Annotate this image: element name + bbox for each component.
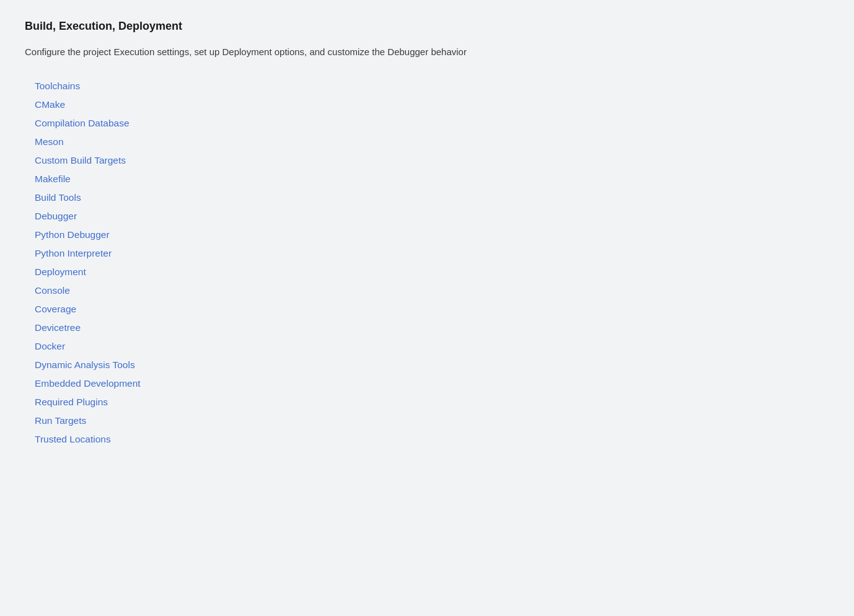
list-item: Run Targets (25, 411, 829, 430)
list-item: Embedded Development (25, 374, 829, 393)
list-item: Meson (25, 133, 829, 151)
nav-link-required-plugins[interactable]: Required Plugins (35, 397, 108, 408)
page-description: Configure the project Execution settings… (25, 45, 829, 59)
list-item: Docker (25, 337, 829, 356)
nav-link-build-tools[interactable]: Build Tools (35, 192, 81, 203)
list-item: Devicetree (25, 319, 829, 337)
list-item: Makefile (25, 170, 829, 188)
nav-link-cmake[interactable]: CMake (35, 99, 65, 110)
nav-link-deployment[interactable]: Deployment (35, 266, 86, 278)
nav-link-trusted-locations[interactable]: Trusted Locations (35, 434, 111, 445)
list-item: Coverage (25, 300, 829, 319)
list-item: Dynamic Analysis Tools (25, 356, 829, 374)
list-item: Debugger (25, 207, 829, 226)
list-item: Python Interpreter (25, 244, 829, 263)
nav-link-meson[interactable]: Meson (35, 136, 64, 147)
nav-link-compilation-database[interactable]: Compilation Database (35, 118, 130, 129)
nav-link-dynamic-analysis-tools[interactable]: Dynamic Analysis Tools (35, 359, 135, 371)
nav-link-toolchains[interactable]: Toolchains (35, 81, 80, 92)
list-item: Trusted Locations (25, 430, 829, 449)
list-item: Python Debugger (25, 226, 829, 244)
list-item: Deployment (25, 263, 829, 281)
nav-link-coverage[interactable]: Coverage (35, 304, 76, 315)
nav-link-python-debugger[interactable]: Python Debugger (35, 229, 110, 240)
nav-link-devicetree[interactable]: Devicetree (35, 322, 81, 333)
nav-link-embedded-development[interactable]: Embedded Development (35, 378, 141, 389)
nav-link-python-interpreter[interactable]: Python Interpreter (35, 248, 112, 259)
list-item: Custom Build Targets (25, 151, 829, 170)
nav-link-docker[interactable]: Docker (35, 341, 65, 352)
list-item: Build Tools (25, 188, 829, 207)
nav-link-makefile[interactable]: Makefile (35, 174, 71, 185)
nav-link-debugger[interactable]: Debugger (35, 211, 77, 222)
page-container: Build, Execution, Deployment Configure t… (0, 0, 854, 616)
list-item: CMake (25, 95, 829, 114)
list-item: Console (25, 281, 829, 300)
list-item: Toolchains (25, 77, 829, 95)
nav-list: ToolchainsCMakeCompilation DatabaseMeson… (25, 77, 829, 449)
list-item: Required Plugins (25, 393, 829, 411)
nav-link-run-targets[interactable]: Run Targets (35, 415, 86, 426)
list-item: Compilation Database (25, 114, 829, 133)
nav-link-console[interactable]: Console (35, 285, 70, 296)
nav-link-custom-build-targets[interactable]: Custom Build Targets (35, 155, 126, 166)
page-title: Build, Execution, Deployment (25, 20, 829, 33)
